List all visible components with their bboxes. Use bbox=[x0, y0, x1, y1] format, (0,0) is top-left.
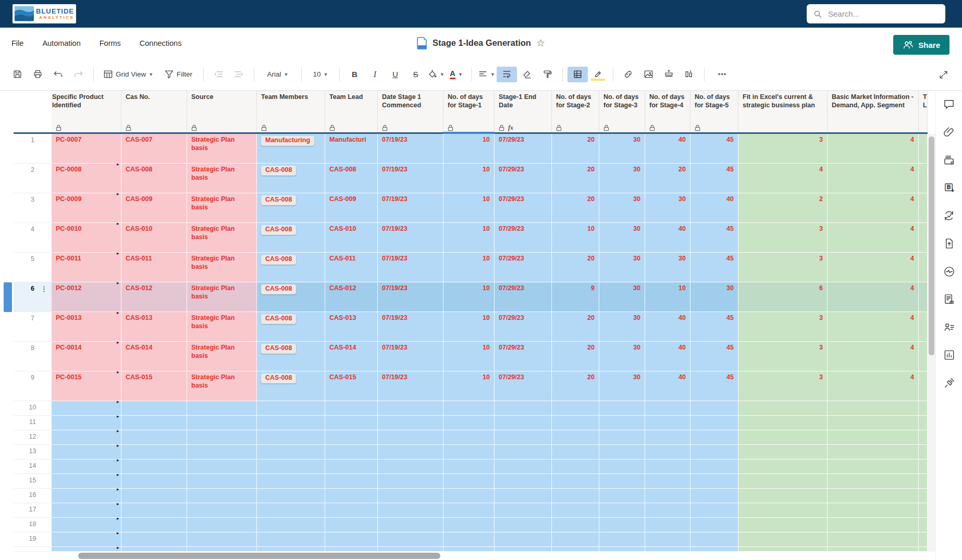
rail-contacts-button[interactable] bbox=[940, 318, 959, 337]
cell-product[interactable] bbox=[52, 547, 121, 552]
cell-clipped[interactable] bbox=[919, 459, 928, 474]
cell-date_start[interactable]: 07/19/23 bbox=[378, 342, 443, 371]
indent-button[interactable] bbox=[229, 67, 249, 82]
cell-d5[interactable] bbox=[690, 401, 738, 416]
cell-end_date[interactable]: 07/29/23 bbox=[495, 253, 552, 282]
cell-market[interactable] bbox=[828, 459, 919, 474]
cell-team_member[interactable]: Manufacturing bbox=[257, 134, 325, 164]
cell-team_member[interactable]: CAS-008 bbox=[257, 193, 325, 223]
cell-end_date[interactable] bbox=[495, 518, 552, 532]
cell-clipped[interactable] bbox=[919, 518, 928, 532]
rail-attachments-button[interactable] bbox=[940, 123, 959, 142]
cell-team_member[interactable] bbox=[257, 459, 325, 474]
cell-team_lead[interactable]: CAS-011 bbox=[325, 253, 378, 282]
cell-d3[interactable]: 30 bbox=[599, 193, 645, 223]
contact-chip[interactable]: CAS-008 bbox=[261, 314, 296, 324]
cell-d2[interactable] bbox=[552, 489, 599, 503]
cell-date_start[interactable] bbox=[378, 445, 443, 459]
cell-d5[interactable] bbox=[690, 474, 738, 489]
favorite-star-icon[interactable]: ☆ bbox=[536, 37, 545, 49]
cell-date_start[interactable] bbox=[378, 518, 443, 532]
cell-cas[interactable] bbox=[121, 445, 187, 459]
cell-team_lead[interactable]: CAS-010 bbox=[325, 223, 378, 253]
cell-d3[interactable] bbox=[599, 503, 645, 518]
cell-d4[interactable] bbox=[645, 401, 690, 416]
cell-product[interactable]: PC-0012 bbox=[52, 282, 121, 312]
cell-d2[interactable] bbox=[552, 445, 599, 459]
cell-date_start[interactable] bbox=[378, 401, 443, 416]
cell-source[interactable]: Strategic Plan basis bbox=[187, 282, 257, 312]
cell-product[interactable] bbox=[52, 401, 121, 416]
cell-d2[interactable]: 9 bbox=[552, 282, 599, 312]
cell-d1[interactable]: 10 bbox=[443, 312, 495, 342]
cell-d2[interactable]: 20 bbox=[552, 312, 599, 342]
rail-publish-button[interactable] bbox=[940, 234, 959, 253]
cell-d3[interactable]: 30 bbox=[599, 312, 645, 342]
cell-cas[interactable] bbox=[121, 430, 187, 445]
format-painter-button[interactable] bbox=[537, 67, 558, 82]
cell-d2[interactable] bbox=[552, 503, 599, 518]
cell-d3[interactable] bbox=[599, 518, 645, 532]
cell-d4[interactable] bbox=[645, 547, 690, 552]
row-number[interactable]: 17 bbox=[14, 503, 52, 518]
cell-d2[interactable] bbox=[552, 459, 599, 474]
row-number[interactable]: 7 bbox=[14, 312, 52, 342]
cell-d3[interactable]: 30 bbox=[599, 282, 645, 312]
cell-d1[interactable] bbox=[443, 430, 495, 445]
cell-d1[interactable]: 10 bbox=[443, 282, 495, 312]
cell-end_date[interactable]: 07/29/23 bbox=[495, 134, 552, 164]
cell-market[interactable] bbox=[828, 401, 919, 416]
cell-clipped[interactable] bbox=[919, 371, 928, 401]
cell-team_member[interactable] bbox=[257, 532, 325, 547]
cell-fit[interactable]: 2 bbox=[738, 193, 828, 223]
cell-source[interactable] bbox=[187, 532, 257, 547]
contact-chip[interactable]: CAS-008 bbox=[261, 344, 296, 354]
cell-d1[interactable]: 10 bbox=[443, 134, 495, 164]
cell-end_date[interactable] bbox=[495, 430, 552, 445]
cell-end_date[interactable] bbox=[495, 416, 552, 430]
cell-source[interactable]: Strategic Plan basis bbox=[187, 312, 257, 342]
contact-chip[interactable]: CAS-008 bbox=[261, 225, 296, 235]
cell-cas[interactable]: CAS-008 bbox=[121, 164, 187, 193]
cell-d5[interactable] bbox=[690, 416, 738, 430]
cell-d1[interactable]: 10 bbox=[443, 223, 495, 253]
cell-fit[interactable]: 4 bbox=[738, 164, 828, 193]
column-header-cas[interactable]: Cas No. bbox=[121, 91, 187, 134]
cell-d4[interactable] bbox=[645, 503, 690, 518]
cell-d2[interactable] bbox=[552, 532, 599, 547]
cell-d3[interactable] bbox=[599, 416, 645, 430]
rail-automations-button[interactable] bbox=[940, 206, 959, 225]
column-header-clipped[interactable]: T L bbox=[919, 91, 928, 134]
cell-d3[interactable] bbox=[599, 445, 645, 459]
cell-team_lead[interactable] bbox=[325, 532, 378, 547]
cell-team_member[interactable] bbox=[257, 503, 325, 518]
cell-clipped[interactable] bbox=[919, 312, 928, 342]
link-button[interactable] bbox=[618, 67, 638, 82]
cell-fit[interactable] bbox=[738, 547, 828, 552]
cell-cas[interactable] bbox=[121, 547, 187, 552]
cell-end_date[interactable]: 07/29/23 bbox=[495, 223, 552, 253]
cell-d4[interactable]: 40 bbox=[645, 134, 690, 164]
row-menu-icon[interactable]: ⋮ bbox=[41, 285, 47, 293]
cell-team_member[interactable]: CAS-008 bbox=[257, 253, 325, 282]
cell-d5[interactable] bbox=[690, 503, 738, 518]
cell-market[interactable]: 4 bbox=[828, 312, 919, 342]
cell-date_start[interactable] bbox=[378, 532, 443, 547]
cell-team_lead[interactable] bbox=[325, 518, 378, 532]
cell-d5[interactable]: 45 bbox=[690, 164, 738, 193]
cell-market[interactable] bbox=[828, 430, 919, 445]
contact-chip[interactable]: CAS-008 bbox=[261, 374, 296, 383]
cell-d5[interactable] bbox=[690, 445, 738, 459]
cell-clipped[interactable] bbox=[919, 532, 928, 547]
cell-fit[interactable] bbox=[738, 518, 828, 532]
cell-d1[interactable]: 10 bbox=[443, 342, 495, 371]
cell-source[interactable] bbox=[187, 416, 257, 430]
cell-d2[interactable] bbox=[552, 547, 599, 552]
cell-market[interactable] bbox=[828, 547, 919, 552]
cell-market[interactable] bbox=[828, 532, 919, 547]
row-number[interactable]: 4 bbox=[14, 223, 52, 253]
cell-d3[interactable] bbox=[599, 474, 645, 489]
cell-cas[interactable]: CAS-014 bbox=[121, 342, 187, 371]
cell-product[interactable] bbox=[52, 518, 121, 532]
cell-source[interactable]: Strategic Plan basis bbox=[187, 342, 257, 371]
